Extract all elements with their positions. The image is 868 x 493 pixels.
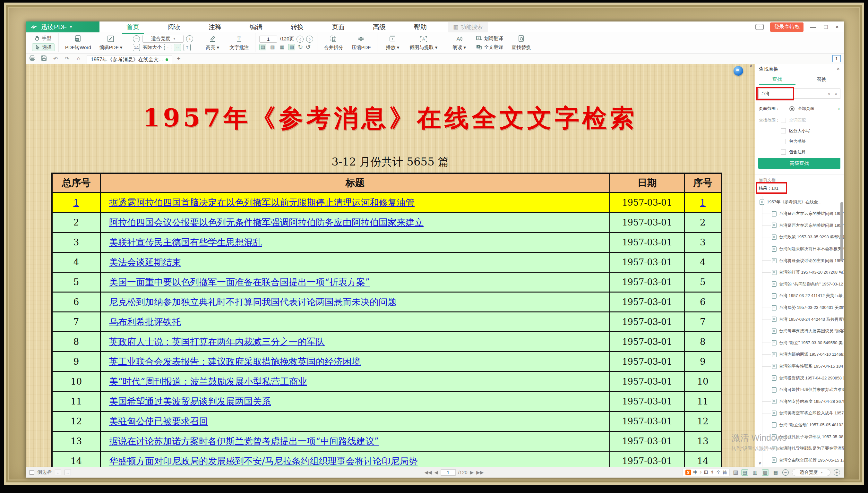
result-root-item[interactable]: 1957年《参考消息》在线全... [755,196,844,208]
all-pages-radio[interactable] [789,106,795,111]
checkbox-icon[interactable] [781,149,786,155]
result-item[interactable]: 台湾是西方在远东的关键问题 1957-0 [755,220,844,232]
article-link[interactable]: 据说在讨论苏加诺方案时各伊斯兰党曾考虑提出一项“中间路线建议” [109,435,379,447]
feedback-chat-icon[interactable]: ··· [755,24,764,30]
article-link[interactable]: 美国希望通过美波贸易谈判发展两国关系 [109,395,271,408]
hand-tool-button[interactable]: 手型 [32,35,55,42]
background-toggle-icon[interactable]: ▨ [733,469,738,476]
result-item[interactable]: 台湾的支持的程度 1957-04-28 36793 [755,396,844,408]
scroll-up-arrow[interactable]: ∧ [749,64,753,69]
next-page-icon[interactable]: ▶ [470,470,474,475]
status-single-page-icon[interactable]: ▤ [741,469,748,476]
chevron-right-icon[interactable]: › [838,106,840,112]
advanced-search-button[interactable]: 高级查找 [758,158,841,169]
fit-visible-icon[interactable]: ·· [174,44,181,51]
article-link[interactable]: 美国一面重申要以色列撤军一面准备在联合国提出一项“折衷方案” [109,276,370,288]
prev-page-icon[interactable]: ◀ [435,470,438,475]
ime-toolbar[interactable]: S 中♪田⇧全简 [682,469,730,476]
actual-size-icon[interactable]: 1:1 [133,44,140,51]
select-tool-button[interactable]: 选择 [32,43,55,51]
rotate-left-icon[interactable]: ↺ [305,44,311,50]
prev-page-button[interactable]: ‹ [296,36,303,43]
result-item[interactable]: 台湾交由联合国托管 1957-05-15 176 [755,454,844,466]
menu-tab-3[interactable]: 注释 [207,21,223,33]
next-page-button[interactable]: › [306,36,313,43]
full-translate-button[interactable]: A 全文翻译 [474,44,506,51]
panel-scrollbar-thumb[interactable] [841,202,843,261]
find-next-icon[interactable]: ∨ [828,91,831,96]
page-number-input[interactable] [259,36,277,43]
assistant-floating-button[interactable] [734,66,743,76]
sidebar-checkbox[interactable] [29,470,34,475]
menu-tab-8[interactable]: 帮助 [412,21,429,33]
result-item[interactable]: 台湾可能性日增但并未放弃武力准备 1 [755,384,844,396]
app-logo[interactable]: 迅读PDF ▾ [26,21,100,33]
restore-button[interactable]: □ [824,23,827,30]
history-back-button[interactable]: ← [55,470,61,475]
result-item[interactable]: 台湾局势 1957-03-23 430431 美国在 [755,302,844,314]
panel-tab-2[interactable]: 替换 [799,74,844,85]
result-item[interactable]: 台湾的事务性联系 1957-04-15 18475 [755,361,844,372]
function-search-box[interactable]: ▦ 功能搜索 [448,22,488,33]
menu-tab-6[interactable]: 页面 [330,21,346,33]
checkbox-icon[interactable] [781,118,786,123]
rotate-right-icon[interactable]: ↻ [298,44,303,50]
two-page-icon[interactable]: ▥ [269,44,276,50]
status-continuous-icon[interactable]: ▧ [762,469,769,476]
result-item[interactable]: 台湾问题未解决前日本不会积极支持我 [755,243,844,255]
nav-page-input[interactable] [441,469,456,476]
find-replace-button[interactable]: 查找替换 [509,35,533,51]
document-tab[interactable]: 1957年《参考消息》在线全文... [87,55,172,64]
fit-page-icon[interactable]: · [164,44,171,51]
article-link[interactable]: 尼克松到加纳参加独立典礼时不打算同我国代表讨论两国悬而未决的问题 [109,296,397,308]
single-page-icon[interactable]: ▤ [259,44,266,50]
result-item[interactable]: 台湾的 “共同防御条约” 1957-03-12 [755,278,844,290]
redo-icon[interactable]: ↷ [64,56,70,62]
result-item[interactable]: 台湾投资情况 1957-04-22 290858 日 [755,372,844,384]
close-button[interactable]: × [835,23,839,30]
menu-tab-1[interactable]: 首页 [125,21,141,33]
new-tab-button[interactable]: + [177,55,181,63]
result-item[interactable]: 台湾的打算 1957-03-10 207208 匈牙 [755,266,844,278]
save-icon[interactable] [40,56,47,62]
text-annotation-button[interactable]: T 文字批注 [227,35,251,51]
menu-tab-4[interactable]: 编辑 [248,21,264,33]
pdf-to-word-button[interactable]: W PDF转Word [63,35,94,51]
first-page-icon[interactable]: ◀◀ [425,470,432,475]
article-link[interactable]: 英工业联合会发表报告：建议政府采取措施挽救英国的经济困境 [109,356,361,368]
result-item[interactable]: 台湾驻扎原子导弹部队 1957-05-08 8 [755,431,844,443]
status-zoom-out-button[interactable]: − [782,469,789,476]
status-two-page-icon[interactable]: ▥ [751,469,759,476]
snapshot-extract-button[interactable]: A 截图与提取 ▾ [407,35,440,51]
result-item[interactable]: 台湾驻扎导弹部队是为了要在亚洲显示 [755,443,844,454]
article-link[interactable]: 阿拉伯四国会议公报要以色列无条件撤军强调阿拉伯防务应由阿拉伯国家来建立 [109,216,424,229]
fit-width-select[interactable]: 适合宽度▾ [143,35,184,43]
result-item[interactable]: 台湾 “独立运动” 1957-05-05 48102 [755,419,844,431]
status-continuous-two-icon[interactable]: ▦ [772,469,779,476]
find-prev-icon[interactable]: ∧ [834,91,838,96]
history-forward-button[interactable]: → [64,470,71,475]
article-link[interactable]: 美驻匈公使已被要求召回 [109,415,208,428]
zoom-out-button[interactable]: − [133,35,140,42]
panel-tab-1[interactable]: 查找 [755,74,799,85]
text-mode-icon[interactable]: T [184,44,191,51]
article-link[interactable]: 华盛顿方面对印尼政局的发展感到不安/马尼拉条约组织理事会将讨论印尼局势 [109,455,418,467]
checkbox-icon[interactable] [781,128,786,133]
result-item[interactable]: 台湾每年要接待大批美国议员 “游客” [755,325,844,337]
status-fit-select[interactable]: 适合宽度▾ [792,469,830,476]
home-icon[interactable]: ⌂ [75,56,82,62]
minimize-button[interactable]: — [810,23,816,30]
article-link[interactable]: 美法会谈延期结束 [109,256,181,269]
panel-close-icon[interactable]: × [837,66,840,72]
zoom-in-button[interactable]: + [186,35,193,42]
result-item[interactable]: 台湾将是会议讨论的主要问题 1957-0 [755,255,844,266]
status-zoom-in-button[interactable]: + [834,469,840,476]
continuous-page-icon[interactable]: ▧ [288,44,295,50]
play-button[interactable]: 播放 ▾ [381,35,404,51]
read-aloud-button[interactable]: A 朗读 ▾ [448,35,470,51]
article-link[interactable]: 据透露阿拉伯四国首脑决定在以色列撤军以前无限期停止清理运河和修复油管 [109,197,415,209]
result-item[interactable]: 台湾 1957-03-24 442443 马共再度提 [755,314,844,325]
menu-tab-2[interactable]: 阅读 [166,21,182,33]
compress-pdf-button[interactable]: 压缩PDF [349,35,373,51]
merge-split-button[interactable]: 合并拆分 [321,35,345,51]
